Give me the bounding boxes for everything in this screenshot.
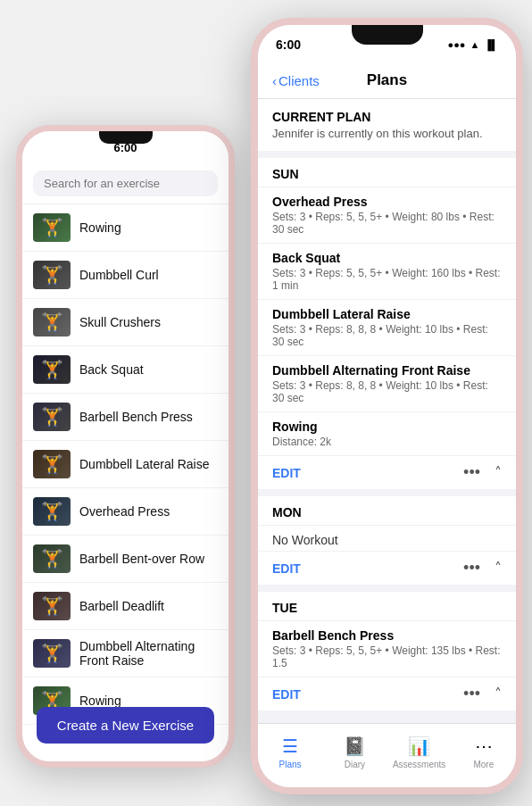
exercise-entry: Barbell Bench Press Sets: 3 • Reps: 5, 5…	[258, 621, 516, 677]
exercise-entry-detail: Sets: 3 • Reps: 8, 8, 8 • Weight: 10 lbs…	[272, 323, 502, 348]
exercise-entry-name: Rowing	[272, 420, 502, 434]
exercise-entry: Back Squat Sets: 3 • Reps: 5, 5, 5+ • We…	[258, 244, 516, 300]
tab-icon: ⋯	[475, 735, 493, 757]
edit-button[interactable]: EDIT	[272, 466, 301, 480]
list-item[interactable]: 🏋 Overhead Press	[22, 488, 229, 536]
tab-label: More	[473, 760, 494, 769]
edit-button[interactable]: EDIT	[272, 687, 301, 702]
collapse-button[interactable]: ˄	[495, 686, 502, 702]
list-item[interactable]: 🏋 Dumbbell Lateral Raise	[22, 441, 229, 488]
exercise-thumbnail: 🏋	[33, 261, 71, 289]
battery-icon: ▐▌	[484, 39, 498, 50]
exercise-name: Barbell Bench Press	[79, 410, 193, 424]
more-options-button[interactable]: •••	[463, 685, 480, 703]
exercise-entry: Rowing Distance: 2k	[258, 412, 516, 456]
create-btn-container: Create a New Exercise	[22, 707, 229, 744]
list-item[interactable]: 🏋 Back Squat	[22, 346, 229, 394]
back-button[interactable]: ‹ Clients	[272, 73, 320, 88]
exercise-image: 🏋	[41, 453, 63, 475]
list-item[interactable]: 🏋 Barbell Deadlift	[22, 583, 229, 630]
more-options-button[interactable]: •••	[463, 463, 480, 482]
more-options-button[interactable]: •••	[463, 559, 480, 577]
exercise-entry: Dumbbell Alternating Front Raise Sets: 3…	[258, 356, 516, 412]
search-container	[22, 163, 229, 204]
exercise-entry-detail: Sets: 3 • Reps: 8, 8, 8 • Weight: 10 lbs…	[272, 379, 502, 404]
exercise-entry-name: Overhead Press	[272, 195, 502, 209]
exercise-image: 🏋	[41, 643, 63, 664]
phone1-notch	[99, 131, 153, 144]
collapse-button[interactable]: ˄	[495, 464, 502, 481]
list-item[interactable]: 🏋 Dumbbell Curl	[22, 252, 229, 299]
exercise-thumbnail: 🏋	[33, 308, 71, 337]
exercise-image: 🏋	[41, 264, 63, 286]
collapse-button[interactable]: ˄	[495, 560, 502, 577]
list-item[interactable]: 🏋 Rowing	[22, 204, 229, 252]
exercise-image: 🏋	[41, 359, 63, 380]
wifi-signal-icon: ▲	[470, 39, 480, 50]
day-actions: EDIT ••• ˄	[258, 677, 516, 710]
exercise-entry-name: Barbell Bench Press	[272, 628, 502, 643]
tab-more[interactable]: ⋯ More	[452, 735, 516, 777]
day-section: TUE Barbell Bench Press Sets: 3 • Reps: …	[258, 592, 516, 710]
exercise-image: 🏋	[41, 406, 63, 428]
list-item[interactable]: 🏋 Barbell Bench Press	[22, 394, 229, 441]
exercise-entry-detail: Distance: 2k	[272, 436, 502, 448]
exercise-image: 🏋	[41, 217, 63, 238]
exercise-name: Dumbbell Alternating Front Raise	[79, 639, 218, 668]
current-plan-title: CURRENT PLAN	[272, 110, 502, 124]
day-label: TUE	[258, 592, 516, 621]
exercise-name: Skull Crushers	[79, 315, 161, 329]
exercise-thumbnail: 🏋	[33, 403, 71, 431]
tab-diary[interactable]: 📓 Diary	[322, 735, 387, 777]
tab-icon: 📓	[344, 735, 366, 757]
exercise-name: Dumbbell Lateral Raise	[79, 457, 210, 471]
day-label: SUN	[258, 158, 516, 187]
exercise-thumbnail: 🏋	[33, 639, 71, 668]
day-label: MON	[258, 496, 516, 526]
current-plan-subtitle: Jennifer is currently on this workout pl…	[272, 127, 502, 140]
plans-scroll: CURRENT PLAN Jennifer is currently on th…	[258, 99, 516, 717]
day-actions: EDIT ••• ˄	[258, 456, 516, 489]
day-actions: EDIT ••• ˄	[258, 552, 516, 585]
exercise-entry-name: Dumbbell Lateral Raise	[272, 307, 502, 321]
exercise-name: Rowing	[79, 220, 121, 235]
exercise-thumbnail: 🏋	[33, 450, 71, 478]
phone2-plans: 6:00 ●●● ▲ ▐▌ ‹ Clients Plans CURRENT PL…	[251, 18, 523, 794]
exercise-name: Back Squat	[79, 362, 144, 377]
exercise-thumbnail: 🏋	[33, 355, 71, 384]
list-item[interactable]: 🏋 Skull Crushers	[22, 299, 229, 346]
back-label[interactable]: Clients	[278, 73, 320, 88]
phone2-navigation: ‹ Clients Plans	[258, 64, 516, 99]
exercise-name: Barbell Bent-over Row	[79, 552, 204, 566]
exercise-entry-detail: Sets: 3 • Reps: 5, 5, 5+ • Weight: 135 l…	[272, 644, 502, 669]
tab-label: Assessments	[393, 760, 445, 769]
current-plan-section: CURRENT PLAN Jennifer is currently on th…	[258, 99, 516, 151]
create-new-exercise-button[interactable]: Create a New Exercise	[37, 707, 214, 744]
exercise-thumbnail: 🏋	[33, 544, 71, 573]
exercise-image: 🏋	[41, 501, 63, 522]
tab-label: Plans	[279, 760, 302, 769]
edit-button[interactable]: EDIT	[272, 561, 301, 576]
phone1-status-bar: 6:00	[22, 131, 229, 163]
list-item[interactable]: 🏋 Barbell Bent-over Row	[22, 536, 229, 583]
wifi-icon: ●●●	[448, 39, 466, 50]
exercise-thumbnail: 🏋	[33, 497, 71, 526]
phone2-notch	[352, 25, 423, 45]
exercise-name: Barbell Deadlift	[79, 599, 164, 613]
phone2-time: 6:00	[276, 37, 301, 52]
search-input[interactable]	[33, 170, 218, 196]
day-section: SUN Overhead Press Sets: 3 • Reps: 5, 5,…	[258, 158, 516, 489]
tab-assessments[interactable]: 📊 Assessments	[387, 735, 452, 777]
exercise-entry: Overhead Press Sets: 3 • Reps: 5, 5, 5+ …	[258, 187, 516, 244]
exercise-entry-name: Back Squat	[272, 251, 502, 265]
tab-bar: ☰ Plans 📓 Diary 📊 Assessments ⋯ More	[258, 723, 516, 787]
exercise-entry-detail: Sets: 3 • Reps: 5, 5, 5+ • Weight: 80 lb…	[272, 211, 502, 236]
nav-title: Plans	[367, 71, 407, 89]
exercise-thumbnail: 🏋	[33, 592, 71, 620]
no-workout-label: No Workout	[258, 526, 516, 552]
exercise-name: Rowing	[79, 694, 121, 708]
tab-plans[interactable]: ☰ Plans	[258, 735, 322, 777]
exercise-name: Dumbbell Curl	[79, 268, 159, 282]
exercise-list: 🏋 Rowing 🏋 Dumbbell Curl 🏋 Skull Crusher…	[22, 204, 229, 763]
list-item[interactable]: 🏋 Dumbbell Alternating Front Raise	[22, 630, 229, 677]
